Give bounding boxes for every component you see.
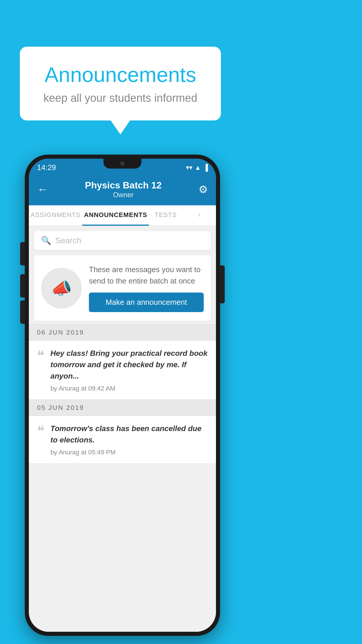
header-subtitle: Owner bbox=[85, 191, 161, 199]
tabs-bar: ASSIGNMENTS ANNOUNCEMENTS TESTS › bbox=[29, 205, 216, 226]
date-separator-1: 06 JUN 2019 bbox=[29, 324, 216, 341]
announcement-item-2[interactable]: ❝ Tomorrow's class has been cancelled du… bbox=[29, 416, 216, 463]
announcement-message-1: Hey class! Bring your practical record b… bbox=[50, 348, 208, 382]
speech-bubble-title: Announcements bbox=[31, 63, 209, 87]
promo-description: These are messages you want to send to t… bbox=[89, 264, 204, 287]
settings-button[interactable]: ⚙ bbox=[198, 183, 208, 196]
announcement-message-2: Tomorrow's class has been cancelled due … bbox=[50, 423, 208, 446]
announcement-text-1: Hey class! Bring your practical record b… bbox=[50, 348, 208, 392]
announcement-meta-2: by Anurag at 05:49 PM bbox=[50, 449, 208, 456]
make-announcement-button[interactable]: Make an announcement bbox=[89, 293, 204, 312]
phone-inner: 14:29 ▾▾ ▲ ▐ ← Physics Batch 12 Owner ⚙ … bbox=[29, 159, 216, 632]
search-placeholder: Search bbox=[55, 236, 81, 245]
promo-right: These are messages you want to send to t… bbox=[89, 264, 204, 312]
tab-tests[interactable]: TESTS bbox=[149, 205, 182, 225]
signal-icon: ▲ bbox=[195, 164, 201, 172]
date-separator-2: 05 JUN 2019 bbox=[29, 400, 216, 416]
battery-icon: ▐ bbox=[203, 164, 208, 172]
camera-dot bbox=[120, 162, 124, 166]
phone-notch bbox=[103, 159, 141, 169]
header-center: Physics Batch 12 Owner bbox=[85, 180, 161, 199]
speech-bubble-subtitle: keep all your students informed bbox=[31, 92, 209, 104]
quote-icon-1: ❝ bbox=[37, 349, 45, 363]
app-header: ← Physics Batch 12 Owner ⚙ bbox=[29, 175, 216, 205]
phone-outer: 14:29 ▾▾ ▲ ▐ ← Physics Batch 12 Owner ⚙ … bbox=[25, 155, 220, 636]
tab-assignments[interactable]: ASSIGNMENTS bbox=[29, 205, 82, 225]
back-button[interactable]: ← bbox=[37, 183, 48, 196]
megaphone-icon: 📣 bbox=[51, 278, 72, 298]
announcement-item-1[interactable]: ❝ Hey class! Bring your practical record… bbox=[29, 341, 216, 400]
status-time: 14:29 bbox=[37, 163, 56, 172]
announcement-meta-1: by Anurag at 09:42 AM bbox=[50, 385, 208, 392]
tab-more[interactable]: › bbox=[182, 205, 216, 225]
phone-mockup: 14:29 ▾▾ ▲ ▐ ← Physics Batch 12 Owner ⚙ … bbox=[25, 155, 220, 636]
search-bar[interactable]: 🔍 Search bbox=[34, 231, 211, 250]
megaphone-circle: 📣 bbox=[41, 268, 82, 309]
header-title: Physics Batch 12 bbox=[85, 180, 161, 191]
tab-announcements[interactable]: ANNOUNCEMENTS bbox=[82, 205, 149, 226]
announcement-promo: 📣 These are messages you want to send to… bbox=[34, 255, 211, 321]
screen-content: 🔍 Search 📣 These are messages you want t… bbox=[29, 226, 216, 632]
quote-icon-2: ❝ bbox=[37, 424, 45, 438]
status-icons: ▾▾ ▲ ▐ bbox=[186, 164, 208, 172]
search-icon: 🔍 bbox=[41, 236, 51, 245]
wifi-icon: ▾▾ bbox=[186, 164, 192, 172]
speech-bubble: Announcements keep all your students inf… bbox=[20, 47, 221, 120]
announcement-text-2: Tomorrow's class has been cancelled due … bbox=[50, 423, 208, 456]
